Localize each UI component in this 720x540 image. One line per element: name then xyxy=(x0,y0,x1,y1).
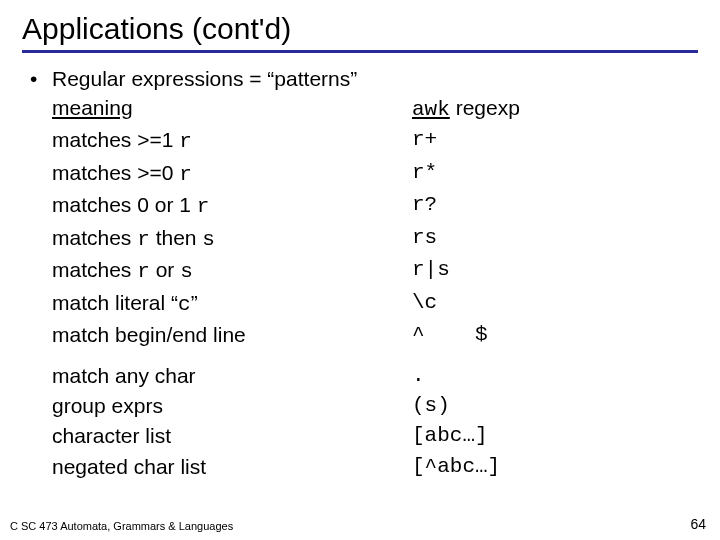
footer-course: C SC 473 Automata, Grammars & Languages xyxy=(10,520,233,532)
row-gap xyxy=(52,351,698,361)
table-row: match begin/end line ^ $ xyxy=(52,320,698,350)
table-row: matches >=1 r r+ xyxy=(52,125,698,157)
table-row: match any char . xyxy=(52,361,698,391)
header-meaning: meaning xyxy=(52,93,412,125)
table-row: matches 0 or 1 r r? xyxy=(52,190,698,222)
bullet-row: • Regular expressions = “patterns” xyxy=(30,67,698,91)
table-row: matches >=0 r r* xyxy=(52,158,698,190)
header-awk: awk regexp xyxy=(412,93,698,125)
table-row: negated char list [^abc…] xyxy=(52,452,698,482)
footer-page-number: 64 xyxy=(690,516,706,532)
table-row: matches r then s rs xyxy=(52,223,698,255)
slide: Applications (cont'd) • Regular expressi… xyxy=(0,0,720,540)
table-row: match literal “c” \c xyxy=(52,288,698,320)
bullet-marker: • xyxy=(30,67,52,91)
table-row: matches r or s r|s xyxy=(52,255,698,287)
bullet-text: Regular expressions = “patterns” xyxy=(52,67,357,91)
table-header-row: meaning awk regexp xyxy=(52,93,698,125)
table-row: group exprs (s) xyxy=(52,391,698,421)
page-title: Applications (cont'd) xyxy=(22,12,698,46)
title-rule xyxy=(22,50,698,53)
content-area: • Regular expressions = “patterns” meani… xyxy=(22,67,698,482)
table-row: character list [abc…] xyxy=(52,421,698,451)
regex-table: meaning awk regexp matches >=1 r r+ matc… xyxy=(30,93,698,482)
